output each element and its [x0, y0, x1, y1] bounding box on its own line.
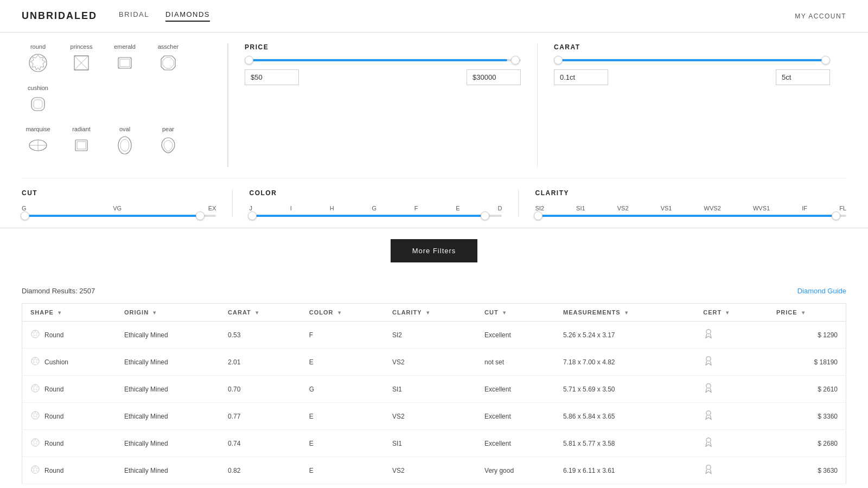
- carat-slider[interactable]: [554, 59, 830, 61]
- price-filter: PRICE: [228, 43, 537, 167]
- svg-point-26: [31, 330, 39, 338]
- cell-price: $ 2680: [768, 430, 846, 457]
- cert-badge-icon: [703, 466, 714, 477]
- cell-origin: Ethically Mined: [116, 349, 220, 376]
- col-clarity[interactable]: CLARITY ▾: [384, 304, 476, 322]
- table-row[interactable]: Round Ethically Mined 0.53 F SI2 Excelle…: [22, 322, 846, 349]
- cell-clarity: VS2: [384, 403, 476, 430]
- table-row[interactable]: Round Ethically Mined 0.70 G SI1 Excelle…: [22, 376, 846, 403]
- cell-measurements: 5.86 x 5.84 x 3.65: [555, 403, 695, 430]
- cut-thumb-left[interactable]: [21, 211, 29, 220]
- svg-point-35: [31, 412, 39, 419]
- shape-radiant[interactable]: radiant: [65, 126, 98, 156]
- cell-clarity: VS2: [384, 349, 476, 376]
- my-account-link[interactable]: MY ACCOUNT: [795, 12, 846, 20]
- carat-filter: CARAT: [538, 43, 846, 167]
- more-filters-row: More Filters: [0, 228, 868, 279]
- cell-cert: [695, 403, 768, 430]
- princess-icon: [71, 52, 92, 74]
- cell-clarity: SI2: [384, 322, 476, 349]
- cell-clarity: SI1: [384, 430, 476, 457]
- cell-color: E: [301, 457, 384, 484]
- carat-sort-icon: ▾: [256, 310, 259, 316]
- color-thumb-left[interactable]: [248, 211, 257, 220]
- logo[interactable]: UNBRIDALED: [22, 10, 97, 22]
- clarity-label-vs1: VS1: [661, 205, 672, 211]
- carat-thumb-right[interactable]: [821, 56, 830, 65]
- cell-cut: Excellent: [476, 403, 555, 430]
- shape-round[interactable]: round: [22, 43, 54, 74]
- main-nav: BRIDAL DIAMONDS: [119, 10, 210, 22]
- carat-min-input[interactable]: [554, 69, 608, 85]
- cut-filter: CUT G VG EX: [22, 189, 232, 217]
- shape-oval[interactable]: oval: [108, 126, 141, 156]
- shape-mini-icon: [30, 383, 40, 395]
- cell-color: F: [301, 322, 384, 349]
- col-price[interactable]: PRICE ▾: [768, 304, 846, 322]
- carat-thumb-left[interactable]: [554, 56, 563, 65]
- table-row[interactable]: Cushion Ethically Mined 2.01 E VS2 not s…: [22, 349, 846, 376]
- shape-marquise[interactable]: marquise: [22, 126, 54, 156]
- table-row[interactable]: Round Ethically Mined 0.74 E SI1 Excelle…: [22, 430, 846, 457]
- cell-cut: not set: [476, 349, 555, 376]
- shape-emerald[interactable]: emerald: [108, 43, 141, 74]
- shape-pear[interactable]: pear: [152, 126, 184, 156]
- cell-origin: Ethically Mined: [116, 430, 220, 457]
- cell-measurements: 5.26 x 5.24 x 3.17: [555, 322, 695, 349]
- diamond-guide-link[interactable]: Diamond Guide: [797, 287, 846, 295]
- cut-label-g: G: [22, 205, 27, 211]
- table-row[interactable]: Round Ethically Mined 0.82 E VS2 Very go…: [22, 457, 846, 484]
- results-table: SHAPE ▾ ORIGIN ▾ CARAT ▾ COLOR ▾ CLARITY: [22, 303, 846, 484]
- svg-line-4: [81, 56, 88, 63]
- shape-asscher[interactable]: asscher: [152, 43, 184, 74]
- svg-point-32: [31, 384, 39, 392]
- clarity-thumb-left[interactable]: [534, 211, 542, 220]
- carat-max-input[interactable]: [776, 69, 830, 85]
- clarity-title: CLARITY: [535, 189, 846, 197]
- results-count: Diamond Results: 2507: [22, 287, 95, 295]
- color-label-g: G: [372, 205, 376, 211]
- col-cert[interactable]: CERT ▾: [695, 304, 768, 322]
- cut-title: CUT: [22, 189, 216, 197]
- shape-cushion[interactable]: cushion: [22, 85, 54, 115]
- price-max-input[interactable]: [467, 69, 521, 85]
- clarity-track[interactable]: [535, 215, 846, 217]
- cell-origin: Ethically Mined: [116, 376, 220, 403]
- cell-shape: Cushion: [22, 349, 117, 376]
- cut-thumb-right[interactable]: [196, 211, 205, 220]
- clarity-thumb-right[interactable]: [832, 211, 840, 220]
- cell-price: $ 3360: [768, 403, 846, 430]
- cert-badge-icon: [703, 357, 714, 368]
- price-min-input[interactable]: [245, 69, 299, 85]
- col-origin[interactable]: ORIGIN ▾: [116, 304, 220, 322]
- cell-carat: 0.53: [220, 322, 301, 349]
- col-shape[interactable]: SHAPE ▾: [22, 304, 117, 322]
- cell-cut: Excellent: [476, 322, 555, 349]
- nav-bridal[interactable]: BRIDAL: [119, 10, 149, 22]
- shape-princess[interactable]: princess: [65, 43, 98, 74]
- price-slider[interactable]: [245, 59, 521, 61]
- oval-icon: [114, 134, 136, 156]
- svg-point-29: [31, 357, 39, 365]
- svg-line-5: [74, 63, 81, 70]
- col-color[interactable]: COLOR ▾: [301, 304, 384, 322]
- clarity-label-si1: SI1: [576, 205, 585, 211]
- price-thumb-left[interactable]: [245, 56, 253, 65]
- cut-track[interactable]: [22, 215, 216, 217]
- table-row[interactable]: Round Ethically Mined 0.77 E VS2 Excelle…: [22, 403, 846, 430]
- price-track: [245, 59, 521, 61]
- col-cut[interactable]: CUT ▾: [476, 304, 555, 322]
- col-carat[interactable]: CARAT ▾: [220, 304, 301, 322]
- origin-sort-icon: ▾: [153, 310, 156, 316]
- nav-diamonds[interactable]: DIAMONDS: [165, 10, 210, 22]
- cell-cut: Very good: [476, 457, 555, 484]
- color-thumb-right[interactable]: [481, 211, 489, 220]
- svg-marker-42: [33, 466, 38, 471]
- cell-origin: Ethically Mined: [116, 403, 220, 430]
- shape-row-2: marquise radiant: [22, 126, 211, 156]
- price-thumb-right[interactable]: [511, 56, 520, 65]
- meas-sort-icon: ▾: [625, 310, 628, 316]
- color-track[interactable]: [249, 215, 502, 217]
- col-measurements[interactable]: MEASUREMENTS ▾: [555, 304, 695, 322]
- more-filters-button[interactable]: More Filters: [391, 239, 478, 262]
